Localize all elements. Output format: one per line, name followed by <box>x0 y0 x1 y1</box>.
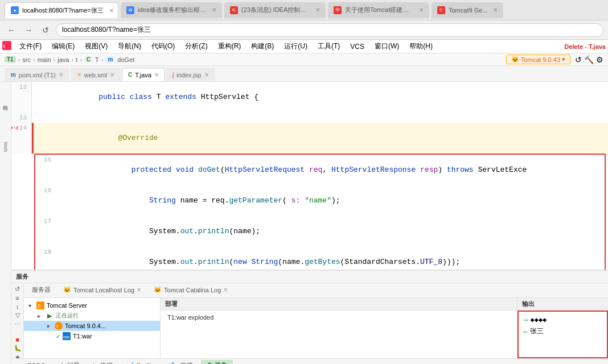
services-tab-localhost-log[interactable]: 🐱 Tomcat Localhost Log ✕ <box>57 284 147 297</box>
sort-icon[interactable]: ↕ <box>13 303 23 310</box>
line-num-17: 17 <box>35 216 56 247</box>
tab-close-2[interactable]: ✕ <box>212 7 216 13</box>
menu-item-code[interactable]: 代码(O) <box>147 40 179 52</box>
tab-close-4[interactable]: ✕ <box>419 7 424 13</box>
debug-icon[interactable]: 🐛 <box>13 345 23 352</box>
tree-item-tomcat9[interactable]: ▾ T Tomcat 9.0.4... <box>24 321 160 331</box>
tab-csdn[interactable]: C (23条消息) IDEA控制台乱码终极... ✕ <box>224 2 326 18</box>
menu-item-view[interactable]: 视图(V) <box>80 40 112 52</box>
toolbar-icons: ↺ 🔨 ⚙ <box>575 55 603 64</box>
server-icon: S <box>36 301 44 309</box>
pom-close[interactable]: ✕ <box>59 72 63 78</box>
code-editor[interactable]: 12 public class T extends HttpServlet { … <box>11 82 608 270</box>
menu-item-build[interactable]: 构建(B) <box>247 40 278 52</box>
breadcrumb-bar: T1 › src › main › java › t › C T › m doG… <box>0 53 608 66</box>
forward-button[interactable]: → <box>22 23 35 37</box>
bottom-tab-services[interactable]: ⚙ 服务 <box>201 360 233 365</box>
tab-close-5[interactable]: ✕ <box>493 7 498 13</box>
services-tab-catalina-log[interactable]: 🐱 Tomcat Catalina Log ✕ <box>148 284 233 297</box>
profiler-label: Profiler <box>137 362 157 365</box>
profiler-icon: 📊 <box>126 362 134 364</box>
tab-tomcat[interactable]: C Tomcat9 Ge... ✕ <box>432 2 503 18</box>
format-icon[interactable]: ≡ <box>13 295 23 301</box>
structure-tab[interactable]: 结构 <box>1 84 11 118</box>
services-header: 服务 <box>11 271 608 283</box>
running-icon: ▶ <box>46 312 54 320</box>
web-tab[interactable]: Web <box>1 130 11 164</box>
build-button[interactable]: 🔨 <box>584 55 594 64</box>
tree-label-t1war: T1:war <box>73 333 155 340</box>
tomcat-label: Tomcat 9.0.43 <box>521 56 560 63</box>
menu-item-help[interactable]: 帮助(H) <box>405 40 437 52</box>
tab-close-1[interactable]: ✕ <box>109 7 114 14</box>
menu-item-file[interactable]: 文件(F) <box>15 40 46 52</box>
bottom-tab-profiler[interactable]: 📊 Profiler <box>121 360 162 365</box>
address-bar[interactable] <box>56 23 603 37</box>
star-icon[interactable]: ★ <box>13 354 23 358</box>
filter-icon[interactable]: ▽ <box>13 312 23 319</box>
problems-icon: ⚠ <box>59 362 65 364</box>
menu-item-vcs[interactable]: VCS <box>346 42 369 52</box>
services-tab-server[interactable]: 服务器 <box>26 284 56 297</box>
file-tab-jsp[interactable]: j index.jsp ✕ <box>166 68 215 81</box>
tjava-close[interactable]: ✕ <box>154 72 159 78</box>
menu-item-refactor[interactable]: 重构(R) <box>213 40 246 52</box>
refresh-services-icon[interactable]: ↺ <box>13 286 23 293</box>
tab-idea[interactable]: G idea修改服务栏输出框编码 - Go... ✕ <box>121 2 222 18</box>
tab-close-3[interactable]: ✕ <box>315 7 320 13</box>
menu-item-run[interactable]: 运行(U) <box>280 40 312 52</box>
tab-favicon-5: C <box>437 6 445 14</box>
line-marker-14: ●!@ <box>11 123 18 133</box>
tree-label-server: Tomcat Server <box>47 302 155 309</box>
menu-item-tools[interactable]: 工具(T) <box>313 40 344 52</box>
settings-button[interactable]: ⚙ <box>596 55 603 64</box>
tab-title-4: 关于使用Tomcat搭建的Web项目... <box>345 6 413 14</box>
reload-button[interactable]: ↺ <box>575 55 582 64</box>
browser-nav-bar: ← → ↺ <box>0 20 608 40</box>
todo-label: TODO <box>27 362 46 365</box>
menu-item-navigate[interactable]: 导航(N) <box>113 40 146 52</box>
bottom-tab-problems[interactable]: ⚠ 问题 <box>54 360 85 365</box>
svg-text:T: T <box>56 324 59 329</box>
tree-item-t1war[interactable]: ✓ war T1:war <box>24 331 160 341</box>
output-line-garbled: ⇒ ◆◆◆◆ <box>523 314 602 325</box>
file-tab-web[interactable]: ✕ web.xml ✕ <box>71 68 121 81</box>
localhost-log-icon: 🐱 <box>63 286 71 293</box>
tab-huawei[interactable]: 华 关于使用Tomcat搭建的Web项目... ✕ <box>328 2 429 18</box>
catalina-log-icon: 🐱 <box>154 286 162 293</box>
more-icon[interactable]: ⋯ <box>13 321 23 328</box>
bc-java: java <box>57 56 69 63</box>
file-tab-tjava[interactable]: C T.java ✕ <box>122 68 165 81</box>
tomcat-run-button[interactable]: 🐱 Tomcat 9.0.43 ▾ <box>506 55 570 64</box>
bc-src: src <box>22 56 31 63</box>
code-line-15: 15 protected void doGet(HttpServletReque… <box>35 155 605 185</box>
line-num-12: 12 <box>11 82 32 113</box>
code-line-18: 18 System.out.println(new String(name.ge… <box>35 247 605 270</box>
deployment-content: T1:war exploded <box>161 311 517 358</box>
services-content: ↺ ≡ ↕ ▽ ⋯ ■ 🐛 ★ ▲ ▼ <box>11 283 608 358</box>
catalina-log-close[interactable]: ✕ <box>223 287 228 293</box>
tree-label-tomcat9: Tomcat 9.0.4... <box>65 322 155 329</box>
bottom-tab-bar: ≡ TODO ⚠ 问题 ▶ 终端 📊 Profiler <box>11 358 608 364</box>
stop-icon[interactable]: ■ <box>13 336 23 343</box>
menu-item-edit[interactable]: 编辑(E) <box>47 40 79 52</box>
refresh-button[interactable]: ↺ <box>39 23 52 37</box>
localhost-log-close[interactable]: ✕ <box>137 287 141 293</box>
services-toolbar: ↺ ≡ ↕ ▽ ⋯ ■ 🐛 ★ ▲ ▼ <box>11 283 24 358</box>
web-name: web.xml <box>84 72 107 78</box>
tree-item-running[interactable]: ▸ ▶ 正在运行 <box>24 311 160 321</box>
jsp-close[interactable]: ✕ <box>204 72 209 78</box>
main-content-area: 结构 Web 12 public class T extends HttpSer… <box>0 82 608 364</box>
web-close[interactable]: ✕ <box>110 72 114 78</box>
back-button[interactable]: ← <box>5 23 18 37</box>
file-tab-pom[interactable]: m pom.xml (T1) ✕ <box>5 68 69 81</box>
output-title: 输出 <box>522 300 535 308</box>
tab-localhost[interactable]: ● localhost:8080/T?name=张三 ✕ <box>5 2 118 18</box>
bottom-tab-build[interactable]: 🔨 构建 <box>165 360 199 365</box>
menu-item-window[interactable]: 窗口(W) <box>370 40 404 52</box>
bottom-tab-todo[interactable]: ≡ TODO <box>16 360 51 365</box>
menu-item-analyze[interactable]: 分析(Z) <box>180 40 212 52</box>
tree-item-tomcat-server[interactable]: ▾ S Tomcat Server <box>24 300 160 311</box>
bottom-tab-terminal[interactable]: ▶ 终端 <box>88 360 118 365</box>
code-content: 12 public class T extends HttpServlet { … <box>11 82 608 270</box>
